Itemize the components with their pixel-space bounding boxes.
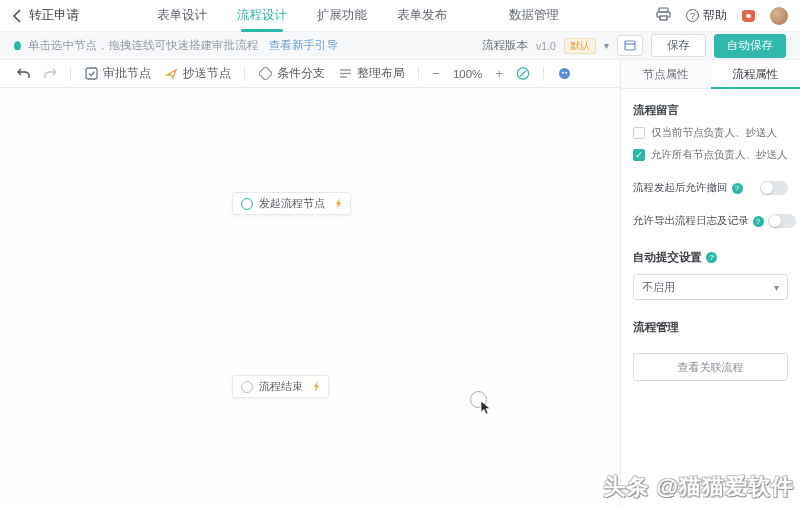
comment-option-row[interactable]: ✓ 允许所有节点负责人、抄送人 — [633, 148, 788, 162]
add-approve-node-button[interactable]: 审批节点 — [84, 65, 151, 82]
comment-option-row[interactable]: 仅当前节点负责人、抄送人 — [633, 126, 788, 140]
withdraw-setting-row: 流程发起后允许撤回 ? — [633, 181, 788, 195]
tab-data-manage[interactable]: 数据管理 — [509, 0, 559, 32]
tab-form-design[interactable]: 表单设计 — [157, 0, 207, 32]
save-button[interactable]: 保存 — [651, 34, 706, 57]
condition-branch-icon — [258, 67, 272, 81]
hint-drop-icon — [14, 41, 21, 50]
redo-icon[interactable] — [43, 67, 57, 81]
workspace: 审批节点 抄送节点 条件分支 — [0, 60, 800, 506]
comment-option-label: 仅当前节点负责人、抄送人 — [651, 126, 777, 140]
action-bar-right: 流程版本 v1.0 默认 ▾ 保存 自动保存 — [482, 34, 786, 58]
auto-submit-title: 自动提交设置 — [633, 250, 702, 265]
approve-node-icon — [84, 67, 98, 81]
auto-layout-button[interactable]: 整理布局 — [338, 65, 405, 82]
panel-tabs: 节点属性 流程属性 — [621, 60, 800, 89]
undo-icon[interactable] — [16, 67, 30, 81]
auto-submit-value: 不启用 — [642, 280, 675, 295]
toolbar-divider — [70, 67, 71, 81]
nav-tabs: 表单设计 流程设计 扩展功能 表单发布 数据管理 — [157, 0, 559, 32]
export-log-setting-row: 允许导出流程日志及记录 ? — [633, 214, 788, 228]
flow-designer-app: 转正申请 表单设计 流程设计 扩展功能 表单发布 数据管理 ? 帮助 单击选中节… — [0, 0, 800, 506]
add-cc-node-button[interactable]: 抄送节点 — [164, 65, 231, 82]
autosave-button[interactable]: 自动保存 — [714, 34, 786, 58]
watermark: 头条 @猫猫爱软件 — [603, 472, 794, 502]
select-chevron-down-icon: ▾ — [774, 282, 779, 293]
avatar[interactable] — [770, 7, 788, 25]
hint-text: 单击选中节点，拖拽连线可快速搭建审批流程 — [28, 38, 258, 53]
cc-node-icon — [164, 67, 178, 81]
tab-flow-design[interactable]: 流程设计 — [237, 0, 287, 32]
history-button[interactable] — [617, 35, 643, 56]
info-icon: ? — [706, 252, 717, 263]
tab-flow-properties[interactable]: 流程属性 — [711, 60, 800, 88]
tab-form-publish[interactable]: 表单发布 — [397, 0, 447, 32]
warning-lightning-icon — [313, 381, 320, 392]
info-icon: ? — [753, 216, 764, 227]
tab-node-properties[interactable]: 节点属性 — [621, 60, 711, 88]
related-flow-button[interactable]: 查看关联流程 — [633, 353, 788, 381]
end-node-icon — [241, 381, 253, 393]
version-tag: 默认 — [564, 38, 596, 54]
checkbox-unchecked[interactable] — [633, 127, 645, 139]
flow-canvas[interactable]: 发起流程节点 流程结束 — [0, 88, 620, 506]
back-button[interactable]: 转正申请 — [12, 7, 79, 24]
action-bar: 单击选中节点，拖拽连线可快速搭建审批流程 查看新手引导 流程版本 v1.0 默认… — [0, 32, 800, 60]
properties-panel: 节点属性 流程属性 流程留言 仅当前节点负责人、抄送人 ✓ 允许所有节点负责人、… — [620, 60, 800, 506]
warning-lightning-icon — [335, 198, 342, 209]
help-button[interactable]: ? 帮助 — [686, 7, 727, 24]
comment-option-label: 允许所有节点负责人、抄送人 — [651, 148, 788, 162]
export-log-toggle[interactable] — [768, 214, 796, 228]
assistant-icon[interactable] — [557, 67, 571, 81]
end-node-label: 流程结束 — [259, 379, 303, 394]
version-chevron-down-icon[interactable]: ▾ — [604, 40, 609, 51]
start-node[interactable]: 发起流程节点 — [232, 192, 351, 215]
notification-icon[interactable] — [742, 10, 755, 22]
hint-message: 单击选中节点，拖拽连线可快速搭建审批流程 查看新手引导 — [14, 38, 338, 53]
help-question-icon: ? — [686, 9, 699, 22]
canvas-toolbar: 审批节点 抄送节点 条件分支 — [0, 60, 620, 88]
panel-body: 流程留言 仅当前节点负责人、抄送人 ✓ 允许所有节点负责人、抄送人 流程发起后允… — [621, 89, 800, 391]
end-node[interactable]: 流程结束 — [232, 375, 329, 398]
zoom-level: 100% — [453, 68, 483, 80]
top-nav: 转正申请 表单设计 流程设计 扩展功能 表单发布 数据管理 ? 帮助 — [0, 0, 800, 32]
cursor-arrow-icon — [480, 401, 491, 415]
nav-right-cluster: ? 帮助 — [656, 7, 788, 25]
version-value: v1.0 — [536, 40, 556, 52]
help-label: 帮助 — [703, 7, 727, 24]
printer-icon[interactable] — [656, 7, 671, 25]
checkbox-checked[interactable]: ✓ — [633, 149, 645, 161]
cc-node-label: 抄送节点 — [183, 65, 231, 82]
mouse-cursor — [470, 391, 496, 417]
comment-section-title: 流程留言 — [633, 103, 788, 118]
add-condition-branch-button[interactable]: 条件分支 — [258, 65, 325, 82]
toolbar-divider — [418, 67, 419, 81]
auto-submit-select[interactable]: 不启用 ▾ — [633, 274, 788, 300]
withdraw-setting-label: 流程发起后允许撤回 — [633, 181, 728, 195]
start-node-label: 发起流程节点 — [259, 196, 325, 211]
approve-node-label: 审批节点 — [103, 65, 151, 82]
back-chevron-icon — [12, 9, 21, 23]
auto-submit-section: 自动提交设置 ? — [633, 250, 788, 265]
withdraw-toggle[interactable] — [760, 181, 788, 195]
zoom-in-button[interactable]: + — [496, 67, 504, 80]
toolbar-divider — [543, 67, 544, 81]
fit-view-icon[interactable] — [516, 67, 530, 81]
zoom-out-button[interactable]: − — [432, 67, 440, 80]
export-log-label: 允许导出流程日志及记录 — [633, 214, 749, 228]
layout-icon — [338, 67, 352, 81]
info-icon: ? — [732, 183, 743, 194]
tab-extensions[interactable]: 扩展功能 — [317, 0, 367, 32]
start-node-icon — [241, 198, 253, 210]
version-label: 流程版本 — [482, 38, 528, 53]
toolbar-divider — [244, 67, 245, 81]
condition-branch-label: 条件分支 — [277, 65, 325, 82]
page-title: 转正申请 — [29, 7, 79, 24]
hint-guide-link[interactable]: 查看新手引导 — [269, 38, 338, 53]
canvas-column: 审批节点 抄送节点 条件分支 — [0, 60, 620, 506]
manage-section-title: 流程管理 — [633, 320, 788, 335]
auto-layout-label: 整理布局 — [357, 65, 405, 82]
